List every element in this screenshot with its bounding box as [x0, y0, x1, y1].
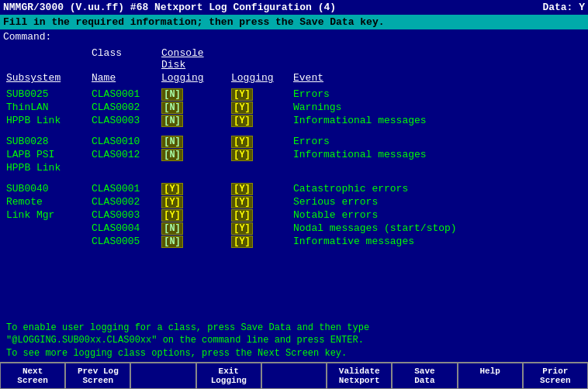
header-logging-label: Logging — [161, 72, 231, 84]
toggle-N[interactable]: [N] — [161, 115, 183, 127]
button-0[interactable]: NextScreen — [0, 363, 65, 389]
col-disk[interactable]: [Y] — [231, 222, 293, 235]
col-class: CLAS0012 — [92, 149, 161, 161]
toggle-Y[interactable]: [Y] — [231, 102, 253, 114]
table-spacer — [6, 175, 582, 183]
col-subsystem: LAPB PSI — [6, 149, 92, 161]
col-console[interactable]: [Y] — [161, 209, 231, 222]
col-console[interactable]: [N] — [161, 88, 231, 101]
col-disk[interactable]: [Y] — [231, 136, 293, 148]
toggle-N[interactable]: [N] — [161, 236, 183, 248]
col-console[interactable]: [N] — [161, 115, 231, 127]
toggle-Y[interactable]: [Y] — [231, 236, 253, 248]
btn-label-top: Prev Log — [71, 367, 125, 376]
col-class: CLAS0002 — [92, 102, 161, 114]
col-event: Nodal messages (start/stop) — [293, 222, 582, 235]
screen: NMMGR/3000 (V.uu.ff) #68 Netxport Log Co… — [0, 0, 588, 389]
col-subsystem — [6, 236, 92, 248]
col-disk[interactable]: [Y] — [231, 88, 293, 101]
table-header-2: Subsystem Name Logging Logging Event — [6, 72, 582, 84]
col-console[interactable]: [Y] — [161, 183, 231, 195]
toggle-Y[interactable]: [Y] — [231, 183, 253, 195]
table-row: SUB0040 CLAS0001 [Y] [Y] Catastrophic er… — [6, 183, 582, 195]
footer-line2: "@LOGGING.SUB00xx.CLAS00xx" on the comma… — [6, 334, 582, 347]
button-1[interactable]: Prev LogScreen — [65, 363, 130, 389]
col-event: Informational messages — [293, 149, 582, 161]
table-row: Link Mgr CLAS0003 [Y] [Y] Notable errors — [6, 209, 582, 222]
toggle-Y[interactable]: [Y] — [161, 183, 183, 195]
header-disk-label: Logging — [231, 72, 293, 84]
btn-label-bottom: Logging — [202, 376, 256, 385]
toggle-Y[interactable]: [Y] — [231, 136, 253, 148]
toggle-Y[interactable]: [Y] — [231, 196, 253, 208]
btn-label-bottom: Screen — [528, 376, 583, 385]
btn-label-top: Validate — [332, 367, 386, 376]
col-subsystem — [6, 222, 92, 235]
table-row: SUB0025 CLAS0001 [N] [Y] Errors — [6, 88, 582, 101]
button-container: NextScreenPrev LogScreenExitLoggingValid… — [0, 363, 588, 389]
header-console: Console Disk — [161, 47, 231, 71]
btn-label-bottom: Screen — [5, 376, 60, 385]
footer-line3: To see more logging class options, press… — [6, 347, 582, 360]
table-header: Class Console Disk — [6, 47, 582, 71]
col-subsystem: HPPB Link — [6, 115, 92, 127]
col-console[interactable]: [N] — [161, 102, 231, 114]
col-disk[interactable]: [Y] — [231, 115, 293, 127]
col-event: Catastrophic errors — [293, 183, 582, 195]
header-event-label: Event — [293, 72, 582, 84]
table-row: SUB0028 CLAS0010 [N] [Y] Errors — [6, 136, 582, 148]
col-console[interactable]: [Y] — [161, 196, 231, 208]
btn-label-top: Save — [397, 367, 451, 376]
col-event: Serious errors — [293, 196, 582, 208]
col-class: CLAS0003 — [92, 115, 161, 127]
button-8[interactable]: PriorScreen — [523, 363, 588, 389]
command-label: Command: — [3, 31, 51, 43]
toggle-N[interactable]: [N] — [161, 136, 183, 148]
btn-label-top: Next — [5, 367, 60, 376]
data-indicator: Data: Y — [542, 2, 585, 13]
toggle-Y[interactable]: [Y] — [161, 209, 183, 222]
toggle-N[interactable]: [N] — [161, 149, 183, 161]
button-6[interactable]: SaveData — [392, 363, 457, 389]
col-class: CLAS0010 — [92, 136, 161, 148]
col-event: Errors — [293, 88, 582, 101]
col-disk[interactable] — [231, 162, 293, 174]
footer-line1: To enable user logging for a class, pres… — [6, 322, 582, 335]
col-subsystem: ThinLAN — [6, 102, 92, 114]
title-bar: NMMGR/3000 (V.uu.ff) #68 Netxport Log Co… — [0, 0, 588, 15]
toggle-Y[interactable]: [Y] — [231, 149, 253, 161]
col-disk[interactable]: [Y] — [231, 102, 293, 114]
instruction-text: Fill in the required information; then p… — [3, 16, 384, 28]
table-row: HPPB Link CLAS0003 [N] [Y] Informational… — [6, 115, 582, 127]
main-content: Class Console Disk Subsystem Name Loggin… — [0, 44, 588, 320]
toggle-Y[interactable]: [Y] — [231, 115, 253, 127]
col-disk[interactable]: [Y] — [231, 196, 293, 208]
col-disk[interactable]: [Y] — [231, 149, 293, 161]
button-7[interactable]: Help — [458, 363, 523, 389]
col-console[interactable]: [N] — [161, 149, 231, 161]
toggle-N[interactable]: [N] — [161, 102, 183, 114]
col-console[interactable]: [N] — [161, 136, 231, 148]
col-console[interactable] — [161, 162, 231, 174]
col-disk[interactable]: [Y] — [231, 183, 293, 195]
toggle-Y[interactable]: [Y] — [231, 209, 253, 222]
button-bar: NextScreenPrev LogScreenExitLoggingValid… — [0, 362, 588, 389]
toggle-Y[interactable]: [Y] — [231, 222, 253, 235]
col-disk[interactable]: [Y] — [231, 236, 293, 248]
table-row: ThinLAN CLAS0002 [N] [Y] Warnings — [6, 102, 582, 114]
toggle-N[interactable]: [N] — [161, 222, 183, 235]
col-event: Informative messages — [293, 236, 582, 248]
button-5[interactable]: ValidateNetxport — [327, 363, 392, 389]
col-event: Warnings — [293, 102, 582, 114]
toggle-N[interactable]: [N] — [161, 88, 183, 101]
col-subsystem: SUB0040 — [6, 183, 92, 195]
header-event — [293, 47, 582, 71]
col-console[interactable]: [N] — [161, 222, 231, 235]
btn-label-top: Prior — [528, 367, 583, 376]
toggle-Y[interactable]: [Y] — [161, 196, 183, 208]
col-disk[interactable]: [Y] — [231, 209, 293, 222]
button-3[interactable]: ExitLogging — [196, 363, 261, 389]
toggle-Y[interactable]: [Y] — [231, 88, 253, 101]
col-console[interactable]: [N] — [161, 236, 231, 248]
command-input[interactable] — [57, 31, 64, 43]
